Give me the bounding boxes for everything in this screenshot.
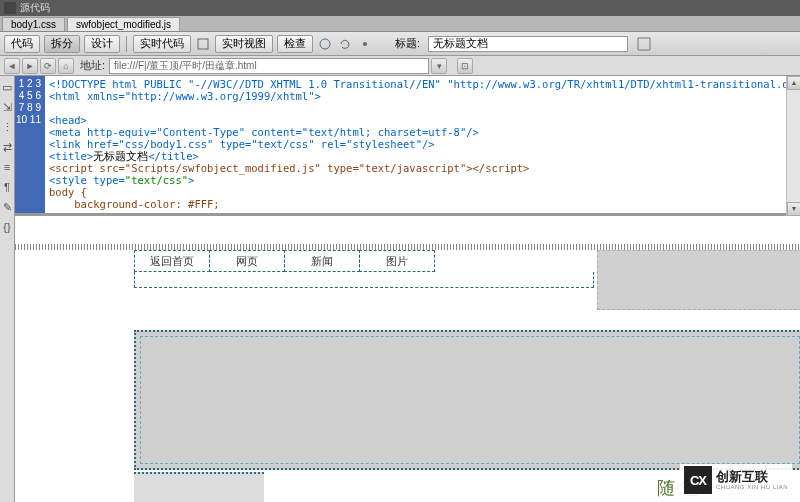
preview-side-panel [597, 250, 800, 310]
title-label: 标题: [395, 36, 420, 51]
live-code-toggle-icon[interactable] [195, 36, 211, 52]
watermark-cn: 创新互联 [716, 470, 788, 484]
watermark-text: 创新互联 CHUANG XIN HU LIAN [716, 470, 788, 491]
svg-point-1 [320, 39, 330, 49]
code-tools-sidebar: ▭ ⇲ ⋮ ⇄ ≡ ¶ ✎ {} [0, 76, 15, 502]
nav-back-button[interactable]: ◄ [4, 58, 20, 74]
options-icon[interactable] [357, 36, 373, 52]
tool-comment-icon[interactable]: ✎ [0, 200, 14, 214]
title-options-icon[interactable] [636, 36, 652, 52]
watermark-en: CHUANG XIN HU LIAN [716, 484, 788, 491]
page-title-input[interactable] [428, 36, 628, 52]
tool-format-icon[interactable]: ¶ [0, 180, 14, 194]
view-toolbar: 代码 拆分 设计 实时代码 实时视图 检查 标题: [0, 32, 800, 56]
globe-icon[interactable] [317, 36, 333, 52]
code-text[interactable]: <!DOCTYPE html PUBLIC "-//W3C//DTD XHTML… [45, 76, 800, 213]
code-view-button[interactable]: 代码 [4, 35, 40, 53]
document-tab-strip: body1.css swfobject_modified.js [0, 16, 800, 32]
app-icon [4, 2, 16, 14]
doc-tab-css[interactable]: body1.css [2, 17, 65, 31]
address-go-button[interactable]: ⊡ [457, 58, 473, 74]
svg-point-2 [363, 42, 367, 46]
line-gutter: 1 2 3 4 5 6 7 8 9 10 11 [15, 76, 45, 213]
nav-refresh-button[interactable]: ⟳ [40, 58, 56, 74]
separator [126, 36, 127, 52]
tool-balance-icon[interactable]: ⇄ [0, 140, 14, 154]
doc-tab-js[interactable]: swfobject_modified.js [67, 17, 180, 31]
split-view-button[interactable]: 拆分 [44, 35, 80, 53]
nav-item-web[interactable]: 网页 [209, 250, 285, 272]
title-bar-label: 源代码 [20, 1, 50, 15]
code-scrollbar[interactable]: ▴ ▾ [786, 76, 800, 216]
preview-main-panel [134, 330, 800, 470]
svg-rect-0 [198, 39, 208, 49]
live-view-button[interactable]: 实时视图 [215, 35, 273, 53]
app-window: 源代码 body1.css swfobject_modified.js 代码 拆… [0, 0, 800, 502]
address-label: 地址: [80, 58, 105, 73]
preview-main-inner [140, 336, 800, 464]
address-input[interactable] [109, 58, 429, 74]
tool-expand-icon[interactable]: ⇲ [0, 100, 14, 114]
address-dropdown-button[interactable]: ▾ [431, 58, 447, 74]
scroll-down-button[interactable]: ▾ [787, 202, 800, 216]
tool-collapse-icon[interactable]: ⋮ [0, 120, 14, 134]
tool-indent-icon[interactable]: ≡ [0, 160, 14, 174]
scroll-up-button[interactable]: ▴ [787, 76, 800, 90]
preview-banner-slot [134, 272, 594, 288]
nav-home-button[interactable]: ⌂ [58, 58, 74, 74]
title-bar: 源代码 [0, 0, 800, 16]
split-content: 1 2 3 4 5 6 7 8 9 10 11 <!DOCTYPE html P… [15, 76, 800, 502]
nav-item-image[interactable]: 图片 [359, 250, 435, 272]
watermark-logo: CX [684, 466, 712, 494]
design-view-button[interactable]: 设计 [84, 35, 120, 53]
tool-select-icon[interactable]: ▭ [0, 80, 14, 94]
address-toolbar: ◄ ► ⟳ ⌂ 地址: ▾ ⊡ [0, 56, 800, 76]
code-editor-pane[interactable]: 1 2 3 4 5 6 7 8 9 10 11 <!DOCTYPE html P… [15, 76, 800, 216]
watermark: CX 创新互联 CHUANG XIN HU LIAN [680, 464, 792, 496]
preview-footer-left [134, 472, 264, 502]
refresh-icon[interactable] [337, 36, 353, 52]
design-preview-pane[interactable]: 返回首页 网页 新闻 图片 随 笔 [15, 216, 800, 502]
nav-forward-button[interactable]: ► [22, 58, 38, 74]
main-area: ▭ ⇲ ⋮ ⇄ ≡ ¶ ✎ {} 1 2 3 4 5 6 7 8 9 10 11… [0, 76, 800, 502]
nav-item-home[interactable]: 返回首页 [134, 250, 210, 272]
nav-item-news[interactable]: 新闻 [284, 250, 360, 272]
live-code-button[interactable]: 实时代码 [133, 35, 191, 53]
inspect-button[interactable]: 检查 [277, 35, 313, 53]
tool-snippet-icon[interactable]: {} [0, 220, 14, 234]
